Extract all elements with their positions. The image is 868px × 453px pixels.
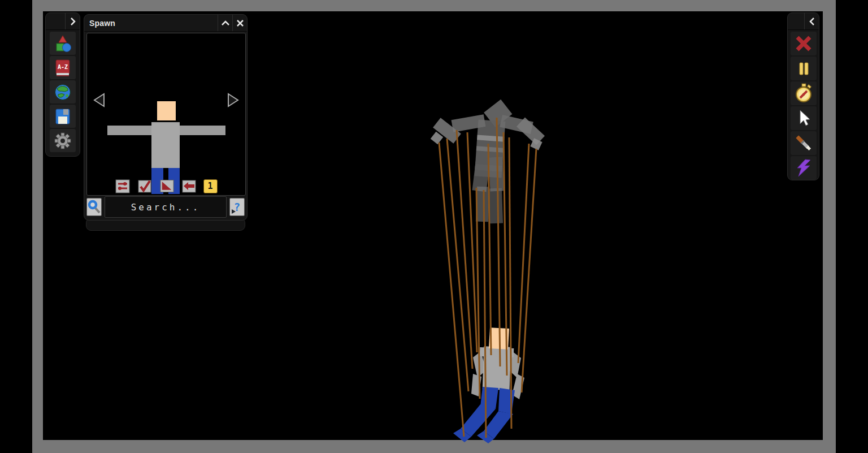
sidebar-item-shapes[interactable] <box>50 32 76 55</box>
item-properties-button[interactable] <box>115 179 131 193</box>
close-icon <box>236 19 244 27</box>
search-row: ? <box>85 196 246 218</box>
human-preview <box>87 33 245 194</box>
spawn-item-preview[interactable]: 1 <box>86 33 246 196</box>
gear-icon <box>54 132 72 150</box>
cursor-arrow-mini-icon <box>232 209 236 214</box>
chevron-left-icon <box>809 17 815 26</box>
tool-shock[interactable] <box>791 156 817 180</box>
close-window-button[interactable] <box>232 15 247 31</box>
tool-slow-motion[interactable] <box>791 81 817 105</box>
right-toolbar-header <box>788 13 819 30</box>
spawn-options-row: 1 <box>87 179 245 193</box>
checkmark-icon <box>137 179 153 194</box>
collapse-toolbar-button[interactable] <box>804 13 819 29</box>
sidebar-item-settings[interactable] <box>50 129 76 152</box>
chevron-right-icon <box>70 17 76 26</box>
spawn-count-badge[interactable]: 1 <box>203 179 218 193</box>
arrow-left-icon <box>92 92 106 108</box>
sliders-icon <box>115 179 130 193</box>
collapse-window-button[interactable] <box>218 15 232 31</box>
tool-delete[interactable] <box>791 32 817 55</box>
right-toolbar <box>787 12 819 180</box>
search-input[interactable] <box>105 196 227 218</box>
left-toolbar-header <box>46 13 80 30</box>
previous-item-button[interactable] <box>92 92 106 108</box>
help-button[interactable]: ? <box>229 198 245 216</box>
sidebar-item-world[interactable] <box>50 80 76 103</box>
shapes-icon <box>54 34 72 53</box>
lightning-icon <box>795 158 813 178</box>
next-item-button[interactable] <box>227 92 240 108</box>
flag-icon <box>159 179 175 193</box>
expand-toolbar-button[interactable] <box>65 13 80 29</box>
undo-button[interactable] <box>181 179 197 193</box>
search-icon <box>88 200 101 214</box>
chevron-up-icon <box>221 20 230 27</box>
save-icon <box>54 107 72 126</box>
scalpel-icon <box>794 133 813 153</box>
dictionary-icon: A-Z <box>54 59 71 77</box>
spawn-window-header: Spawn <box>84 15 247 32</box>
left-toolbar: A-Z <box>45 12 80 157</box>
window-title: Spawn <box>84 19 218 28</box>
confirm-button[interactable] <box>137 179 153 193</box>
spawn-flag-button[interactable] <box>159 179 175 193</box>
tool-drag[interactable] <box>791 106 817 130</box>
arrow-right-icon <box>227 92 240 108</box>
search-button[interactable] <box>86 198 102 216</box>
stopwatch-icon <box>794 83 813 104</box>
dictionary-icon-label: A-Z <box>58 64 68 70</box>
spawn-window: Spawn <box>84 14 248 221</box>
cursor-icon <box>795 109 812 128</box>
pause-icon <box>795 59 813 77</box>
delete-x-icon <box>794 34 813 53</box>
sidebar-item-save[interactable] <box>50 105 76 128</box>
world-icon <box>54 83 72 101</box>
sidebar-item-dictionary[interactable]: A-Z <box>50 56 76 79</box>
tool-pause[interactable] <box>791 57 817 80</box>
arrow-back-icon <box>181 179 197 193</box>
tool-scalpel[interactable] <box>791 131 817 155</box>
